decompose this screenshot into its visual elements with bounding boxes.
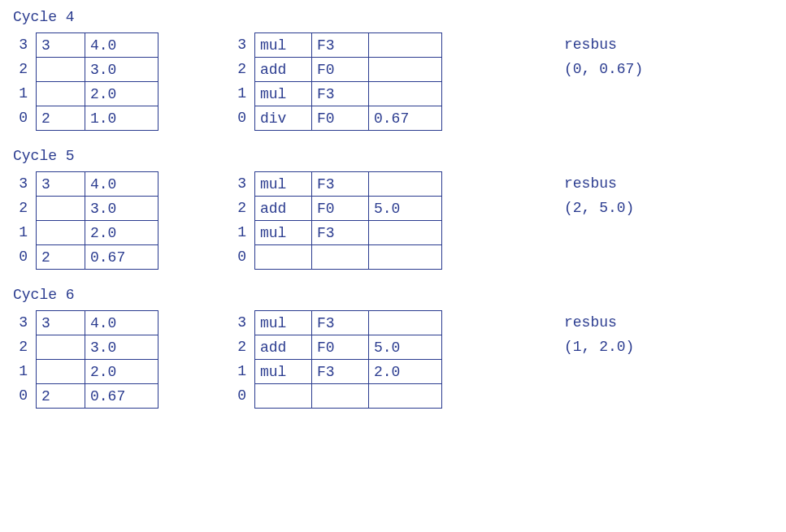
cycle-body: 321034.03.02.020.673210mulF3addF05.0mulF… — [13, 171, 773, 270]
right-row-index: 1 — [232, 220, 254, 244]
right-index-col: 3210 — [232, 310, 254, 408]
right-cell — [369, 384, 442, 409]
table-row: 34.0 — [37, 33, 159, 58]
right-cell: 2.0 — [369, 360, 442, 384]
right-cell: 5.0 — [369, 197, 442, 221]
right-row-index: 0 — [232, 106, 254, 130]
cycle-block: Cycle 6321034.03.02.020.673210mulF3addF0… — [13, 288, 773, 409]
right-cell: add — [255, 335, 312, 360]
left-row-index: 2 — [13, 57, 36, 81]
left-cell — [37, 197, 85, 221]
right-row-index: 3 — [232, 171, 254, 196]
right-cell: F0 — [312, 335, 369, 360]
right-cell — [369, 245, 442, 270]
resbus-block: resbus(2, 5.0) — [564, 171, 634, 220]
right-row-index: 1 — [232, 359, 254, 383]
left-cell: 0.67 — [85, 245, 159, 270]
right-cell: mul — [255, 82, 312, 106]
cycle-block: Cycle 4321034.03.02.021.03210mulF3addF0m… — [13, 10, 773, 131]
right-table: mulF3addF0mulF3divF00.67 — [254, 32, 442, 131]
resbus-value: (0, 0.67) — [564, 57, 643, 81]
left-cell: 2 — [37, 106, 85, 131]
left-cell: 0.67 — [85, 384, 159, 409]
left-row-index: 3 — [13, 32, 36, 57]
left-cell: 3 — [37, 172, 85, 197]
table-row: 3.0 — [37, 335, 159, 360]
left-row-index: 1 — [13, 81, 36, 106]
resbus-label: resbus — [564, 32, 643, 57]
cycle-title: Cycle 4 — [13, 10, 773, 24]
resbus-value: (1, 2.0) — [564, 335, 634, 359]
left-row-index: 3 — [13, 171, 36, 196]
right-row-index: 2 — [232, 335, 254, 359]
left-cell: 1.0 — [85, 106, 159, 131]
table-row: mulF3 — [255, 82, 442, 106]
left-cell: 3 — [37, 33, 85, 58]
left-row-index: 1 — [13, 359, 36, 383]
left-table: 34.03.02.021.0 — [36, 32, 159, 131]
right-cell — [312, 245, 369, 270]
table-row: addF05.0 — [255, 335, 442, 360]
right-cell — [369, 172, 442, 197]
left-table-block: 321034.03.02.021.0 — [13, 32, 159, 131]
right-cell — [312, 384, 369, 409]
table-row: 21.0 — [37, 106, 159, 131]
right-cell — [369, 82, 442, 106]
left-row-index: 0 — [13, 244, 36, 269]
left-row-index: 3 — [13, 310, 36, 335]
right-cell: mul — [255, 360, 312, 384]
table-row: addF05.0 — [255, 197, 442, 221]
table-row: mulF32.0 — [255, 360, 442, 384]
left-cell — [37, 82, 85, 106]
left-cell: 2.0 — [85, 221, 159, 245]
right-cell: F3 — [312, 172, 369, 197]
left-cell: 4.0 — [85, 311, 159, 335]
resbus-value: (2, 5.0) — [564, 196, 634, 220]
table-row: 2.0 — [37, 221, 159, 245]
left-cell — [37, 335, 85, 360]
table-row: 2.0 — [37, 360, 159, 384]
right-cell: mul — [255, 172, 312, 197]
cycle-title: Cycle 6 — [13, 288, 773, 302]
resbus-block: resbus(0, 0.67) — [564, 32, 643, 81]
right-row-index: 0 — [232, 383, 254, 408]
table-row: mulF3 — [255, 172, 442, 197]
resbus-label: resbus — [564, 171, 634, 196]
diagram-root: Cycle 4321034.03.02.021.03210mulF3addF0m… — [13, 10, 773, 409]
left-cell: 4.0 — [85, 172, 159, 197]
right-cell: mul — [255, 311, 312, 335]
right-cell — [369, 221, 442, 245]
left-cell: 3 — [37, 311, 85, 335]
right-row-index: 3 — [232, 310, 254, 335]
left-row-index: 2 — [13, 196, 36, 220]
table-row: 3.0 — [37, 197, 159, 221]
right-row-index: 0 — [232, 244, 254, 269]
left-cell: 2 — [37, 384, 85, 409]
right-cell: add — [255, 58, 312, 82]
right-row-index: 2 — [232, 57, 254, 81]
right-cell — [369, 33, 442, 58]
left-table-block: 321034.03.02.020.67 — [13, 310, 159, 409]
left-cell: 2 — [37, 245, 85, 270]
left-cell — [37, 58, 85, 82]
right-cell: mul — [255, 33, 312, 58]
right-cell: mul — [255, 221, 312, 245]
right-row-index: 2 — [232, 196, 254, 220]
right-table-block: 3210mulF3addF05.0mulF3 — [232, 171, 442, 270]
left-cell: 2.0 — [85, 360, 159, 384]
cycle-body: 321034.03.02.021.03210mulF3addF0mulF3div… — [13, 32, 773, 131]
right-index-col: 3210 — [232, 171, 254, 269]
table-row: 34.0 — [37, 311, 159, 335]
left-index-col: 3210 — [13, 171, 36, 269]
table-row: mulF3 — [255, 311, 442, 335]
left-cell — [37, 221, 85, 245]
right-cell: F3 — [312, 311, 369, 335]
left-table: 34.03.02.020.67 — [36, 310, 159, 409]
right-row-index: 1 — [232, 81, 254, 106]
table-row: mulF3 — [255, 33, 442, 58]
right-cell: F0 — [312, 197, 369, 221]
left-table: 34.03.02.020.67 — [36, 171, 159, 270]
cycle-title: Cycle 5 — [13, 149, 773, 163]
right-table-block: 3210mulF3addF05.0mulF32.0 — [232, 310, 442, 409]
table-row: divF00.67 — [255, 106, 442, 131]
